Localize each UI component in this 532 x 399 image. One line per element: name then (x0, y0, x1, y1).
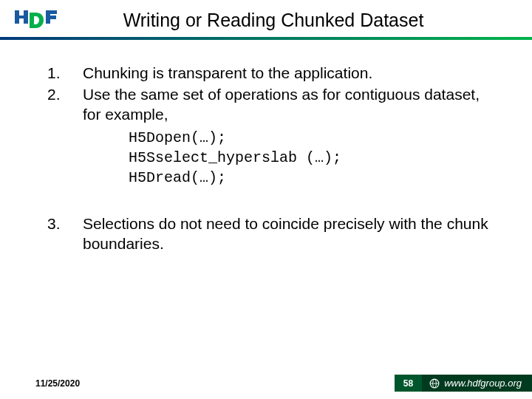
list-item: 1. Chunking is transparent to the applic… (47, 64, 497, 83)
footer-right: 58 www.hdfgroup.org (395, 375, 532, 392)
hdfgroup-url: www.hdfgroup.org (444, 378, 522, 389)
list-text: Use the same set of operations as for co… (83, 85, 497, 125)
list-text: Chunking is transparent to the applicati… (83, 64, 497, 83)
list-number: 1. (47, 64, 83, 83)
header: Writing or Reading Chunked Dataset (0, 0, 532, 37)
footer-date: 11/25/2020 (35, 378, 80, 389)
code-line: H5Dread(…); (129, 168, 497, 188)
code-line: H5Dopen(…); (129, 128, 497, 148)
slide-title: Writing or Reading Chunked Dataset (58, 10, 519, 31)
slide-body: 1. Chunking is transparent to the applic… (0, 40, 532, 253)
list-text: Selections do not need to coincide preci… (83, 214, 497, 254)
list-number: 2. (47, 85, 83, 125)
hdfgroup-badge: www.hdfgroup.org (422, 375, 532, 392)
footer: 11/25/2020 58 www.hdfgroup.org (0, 375, 532, 392)
code-block: H5Dopen(…); H5Sselect_hyperslab (…); H5D… (129, 128, 497, 188)
slide: Writing or Reading Chunked Dataset 1. Ch… (0, 0, 532, 399)
page-number: 58 (395, 375, 422, 392)
hdf-logo (13, 7, 58, 33)
list-item: 3. Selections do not need to coincide pr… (47, 214, 497, 254)
code-line: H5Sselect_hyperslab (…); (129, 148, 497, 168)
list-item: 2. Use the same set of operations as for… (47, 85, 497, 125)
globe-icon (429, 378, 440, 389)
list-number: 3. (47, 214, 83, 254)
